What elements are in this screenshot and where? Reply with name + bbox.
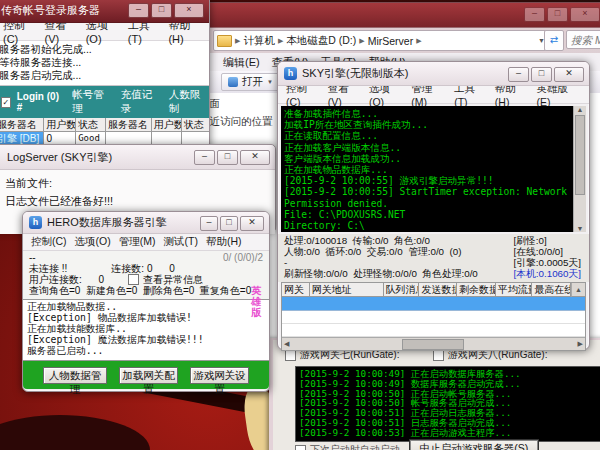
view-errors-checkbox[interactable]: [128, 274, 139, 285]
stop-server-button[interactable]: 中止启动游戏服务器(S): [409, 439, 539, 450]
hero-green-bar: 人物数据管理 加载网关配置 游戏网关设置: [23, 361, 269, 389]
hero-title: HERO数据库服务器引擎: [47, 215, 167, 230]
hero-app-icon: h: [29, 216, 42, 229]
minimize-icon[interactable]: –: [200, 216, 218, 231]
login-window-controls[interactable]: – □ ×: [128, 3, 204, 18]
close-icon[interactable]: ✕: [240, 150, 270, 165]
explorer-address-row: ▶ 计算机 ▶ 本地磁盘D (D:) ▶ MirServer ▶ ▼ ⇄: [195, 27, 600, 53]
sky-app-icon: h: [284, 67, 297, 80]
column-header[interactable]: 状态: [76, 118, 106, 132]
login-table-header: 服务器名 用户数 状态 服务器名 用户数 状态: [0, 118, 209, 132]
menu-item-options[interactable]: 选项(O): [75, 235, 111, 249]
scroll-up-icon[interactable]: ▲: [574, 106, 586, 113]
not-connected-label: 未连接 !!: [29, 263, 67, 274]
logserver-window-controls[interactable]: – □ ✕: [194, 150, 270, 165]
logserver-title: LogServer (SKY引擎): [7, 150, 112, 165]
menu-item-test[interactable]: 测试(T): [164, 235, 198, 249]
explorer-titlebar[interactable]: – □ ×: [195, 3, 600, 28]
search-input[interactable]: [566, 30, 600, 49]
toolbar-item-limit[interactable]: 人数限制: [169, 88, 205, 116]
gate8-checkbox[interactable]: [433, 350, 444, 361]
online-stat: [在线:0/0/0]: [513, 246, 581, 257]
gate7-checkbox[interactable]: [285, 350, 296, 361]
console-line: [2015-9-2 10:00:55] 游戏引擎启动异常!!!: [284, 175, 571, 186]
character-data-button[interactable]: 人物数据管理: [43, 367, 107, 384]
open-button[interactable]: 打开 ▼: [221, 73, 280, 91]
breadcrumb-arrow: ▶: [359, 37, 364, 45]
column-header[interactable]: 发送数据: [419, 283, 457, 297]
refresh-button[interactable]: ⇄: [544, 30, 564, 51]
breadcrumb-arrow: ▶: [278, 37, 283, 45]
load-gateway-button[interactable]: 加载网关配置: [119, 367, 178, 384]
minimize-icon[interactable]: –: [194, 150, 215, 165]
column-header[interactable]: 网关: [282, 283, 310, 297]
gateway-empty-row[interactable]: [282, 324, 585, 337]
maximize-icon[interactable]: □: [151, 3, 172, 18]
console-scrollbar[interactable]: ▲ ▼: [573, 106, 586, 232]
scroll-thumb[interactable]: [575, 115, 585, 195]
breadcrumb-item-computer[interactable]: 计算机: [243, 34, 275, 48]
gateway-table-header: 网关 网关地址 队列消息 发送数据 剩余数据 平均流量 最高在线 ▲: [282, 283, 585, 297]
column-header[interactable]: 用户数: [152, 118, 182, 132]
column-header[interactable]: 服务器名: [106, 118, 152, 132]
maximize-icon[interactable]: □: [531, 67, 552, 82]
sky-console[interactable]: 准备加载插件信息... 加载IP所在地区查询插件成功... 正在读取配置信息..…: [281, 106, 574, 232]
console-line: 正在读取配置信息...: [284, 130, 571, 141]
folder-icon: [217, 35, 232, 47]
column-header[interactable]: 网关地址: [310, 283, 384, 297]
maximize-icon[interactable]: □: [547, 7, 568, 22]
game-center-window: 游戏网关七(RunGate): 游戏网关八(RunGate): [2015-9-…: [269, 338, 600, 450]
gateway-selected-row[interactable]: [282, 297, 585, 311]
auto-start-label: 下次启动时自动启动: [310, 443, 400, 450]
column-header[interactable]: 最高在线: [532, 283, 571, 297]
close-icon[interactable]: ✕: [554, 67, 584, 82]
gateway-empty-row[interactable]: [282, 311, 585, 324]
chevron-down-icon: ▼: [267, 79, 273, 85]
column-header[interactable]: 平均流量: [496, 283, 533, 297]
logserver-titlebar[interactable]: LogServer (SKY引擎) – □ ✕: [0, 145, 275, 170]
maximize-icon[interactable]: □: [217, 150, 238, 165]
explorer-window-controls[interactable]: – □ ×: [524, 7, 600, 22]
menu-item-edit[interactable]: 编辑(E): [223, 55, 260, 70]
scroll-left-icon[interactable]: ◀: [284, 340, 289, 348]
game-gateway-button[interactable]: 游戏网关设置: [190, 367, 249, 384]
scroll-right-icon[interactable]: ▶: [578, 340, 583, 348]
maximize-icon[interactable]: □: [220, 216, 238, 231]
local-uptime-stat: [本机:0.1060天]: [513, 268, 581, 279]
login-titlebar[interactable]: 传奇帐号登录服务器 – □ ×: [0, 0, 209, 23]
minimize-icon[interactable]: –: [128, 3, 149, 18]
column-header[interactable]: 服务器名: [0, 118, 44, 132]
column-header[interactable]: 队列消息: [384, 283, 420, 297]
table-scroll-up-icon[interactable]: ▲: [571, 283, 585, 297]
toolbar-item-recharge[interactable]: 充值记录: [121, 88, 157, 116]
edition-badge: 英雄版: [251, 285, 263, 318]
sky-window-controls[interactable]: – □ ✕: [508, 67, 584, 82]
close-icon[interactable]: ×: [570, 7, 600, 22]
breadcrumb-item-mirserver[interactable]: MirServer: [368, 35, 414, 47]
close-icon[interactable]: ×: [174, 3, 204, 18]
column-header[interactable]: 剩余数据: [457, 283, 496, 297]
menu-item-control[interactable]: 控制(C): [31, 235, 67, 249]
breadcrumb-item-disk[interactable]: 本地磁盘D (D:): [286, 34, 356, 48]
hscroll-thumb[interactable]: [402, 339, 464, 350]
table-hscrollbar[interactable]: ◀ ▶: [282, 337, 585, 350]
auto-start-checkbox[interactable]: [295, 445, 306, 450]
column-header[interactable]: 用户数: [44, 118, 76, 132]
login-menubar: 控制(C) 查看(V) 选项(O) 工具(T) 帮助(H): [0, 23, 209, 41]
sky-titlebar[interactable]: h SKY引擎(无限制版本) – □ ✕: [278, 62, 589, 86]
menu-item-help[interactable]: 帮助(H): [206, 235, 242, 249]
hero-db-window: h HERO数据库服务器引擎 – □ ✕ 控制(C) 选项(O) 管理(M) 测…: [22, 211, 270, 392]
auto-start-row: 下次启动时自动启动: [295, 443, 400, 450]
menu-item-manage[interactable]: 管理(M): [119, 235, 156, 249]
current-file-label: 当前文件:: [5, 176, 275, 191]
toolbar-item-accounts[interactable]: 帐号管理: [72, 88, 108, 116]
hero-titlebar[interactable]: h HERO数据库服务器引擎 – □ ✕: [23, 212, 269, 234]
login-checkbox[interactable]: ✓: [1, 97, 11, 108]
column-header[interactable]: 状态: [182, 118, 209, 132]
address-bar[interactable]: ▶ 计算机 ▶ 本地磁盘D (D:) ▶ MirServer ▶ ▼: [213, 30, 549, 51]
scroll-down-icon[interactable]: ▼: [574, 225, 586, 232]
hero-window-controls[interactable]: – □ ✕: [200, 216, 264, 231]
minimize-icon[interactable]: –: [524, 7, 545, 22]
close-icon[interactable]: ✕: [240, 216, 264, 231]
minimize-icon[interactable]: –: [508, 67, 529, 82]
